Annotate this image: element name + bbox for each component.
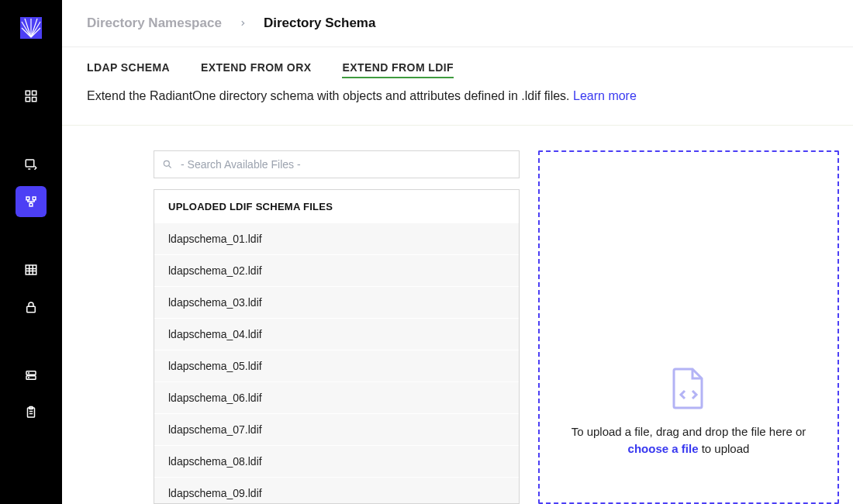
nav-lock[interactable] xyxy=(16,292,47,323)
description-text: Extend the RadiantOne directory schema w… xyxy=(87,89,573,102)
file-row[interactable]: ldapschema_05.ldif xyxy=(154,350,519,382)
dashboard-icon xyxy=(24,89,38,103)
tab-extend-ldif[interactable]: EXTEND FROM LDIF xyxy=(342,61,454,78)
nav-group-3 xyxy=(0,251,62,326)
svg-rect-4 xyxy=(33,98,36,102)
file-list-body[interactable]: ldapschema_01.ldif ldapschema_02.ldif ld… xyxy=(154,223,519,503)
breadcrumb: Directory Namespace Directory Schema xyxy=(62,0,853,47)
tab-ldap-schema[interactable]: LDAP SCHEMA xyxy=(87,61,170,78)
svg-rect-3 xyxy=(26,98,29,102)
svg-point-17 xyxy=(164,161,169,166)
tab-description: Extend the RadiantOne directory schema w… xyxy=(62,89,853,125)
file-list-header: UPLOADED LDIF SCHEMA FILES xyxy=(154,190,519,223)
search-input[interactable] xyxy=(181,158,511,171)
dropzone-prefix: To upload a file, drag and drop the file… xyxy=(572,425,806,438)
nav-table[interactable] xyxy=(16,254,47,285)
svg-rect-7 xyxy=(33,197,36,200)
dropzone[interactable]: To upload a file, drag and drop the file… xyxy=(538,150,839,504)
search-icon xyxy=(162,159,173,170)
nav-hierarchy[interactable] xyxy=(16,186,47,217)
file-row[interactable]: ldapschema_01.ldif xyxy=(154,223,519,255)
nav-group-1 xyxy=(0,78,62,115)
hierarchy-icon xyxy=(24,195,38,209)
app-sidebar xyxy=(0,0,62,504)
svg-rect-11 xyxy=(26,371,36,375)
svg-rect-9 xyxy=(26,265,36,274)
nav-storage[interactable] xyxy=(16,360,47,391)
nav-group-4 xyxy=(0,357,62,431)
file-list-panel: UPLOADED LDIF SCHEMA FILES ldapschema_01… xyxy=(154,189,520,504)
nav-group-2 xyxy=(0,146,62,220)
file-row[interactable]: ldapschema_07.ldif xyxy=(154,414,519,446)
choose-file-link[interactable]: choose a file xyxy=(628,442,699,455)
svg-rect-1 xyxy=(26,91,29,95)
breadcrumb-parent[interactable]: Directory Namespace xyxy=(87,16,222,31)
content-area: UPLOADED LDIF SCHEMA FILES ldapschema_01… xyxy=(62,126,853,504)
svg-rect-2 xyxy=(33,91,36,95)
breadcrumb-current: Directory Schema xyxy=(264,16,376,31)
file-row[interactable]: ldapschema_02.ldif xyxy=(154,255,519,287)
lock-icon xyxy=(24,300,38,314)
svg-rect-8 xyxy=(29,203,33,206)
svg-rect-10 xyxy=(27,306,36,312)
file-row[interactable]: ldapschema_03.ldif xyxy=(154,287,519,319)
nav-clipboard[interactable] xyxy=(16,397,47,428)
table-icon xyxy=(24,263,38,277)
nav-server-code[interactable] xyxy=(16,149,47,180)
app-logo[interactable] xyxy=(20,17,42,39)
svg-rect-6 xyxy=(26,197,29,200)
server-code-icon xyxy=(24,157,38,171)
file-code-icon xyxy=(671,368,706,409)
chevron-right-icon xyxy=(239,17,247,29)
nav-dashboard[interactable] xyxy=(16,81,47,112)
upload-panel: To upload a file, drag and drop the file… xyxy=(538,150,839,504)
dropzone-text: To upload a file, drag and drop the file… xyxy=(555,423,822,458)
file-row[interactable]: ldapschema_08.ldif xyxy=(154,446,519,478)
tab-extend-orx[interactable]: EXTEND FROM ORX xyxy=(201,61,311,78)
clipboard-icon xyxy=(24,406,38,419)
svg-rect-12 xyxy=(26,376,36,380)
svg-point-14 xyxy=(29,378,29,378)
file-row[interactable]: ldapschema_09.ldif xyxy=(154,478,519,503)
search-box[interactable] xyxy=(154,150,520,178)
file-panel: UPLOADED LDIF SCHEMA FILES ldapschema_01… xyxy=(154,150,520,504)
file-row[interactable]: ldapschema_06.ldif xyxy=(154,382,519,414)
main-panel: Directory Namespace Directory Schema LDA… xyxy=(62,0,853,504)
svg-point-13 xyxy=(29,373,29,374)
tab-bar: LDAP SCHEMA EXTEND FROM ORX EXTEND FROM … xyxy=(87,47,828,89)
dropzone-suffix: to upload xyxy=(702,442,750,455)
svg-rect-5 xyxy=(26,160,34,167)
learn-more-link[interactable]: Learn more xyxy=(573,89,637,102)
file-row[interactable]: ldapschema_04.ldif xyxy=(154,319,519,350)
storage-icon xyxy=(24,368,38,382)
